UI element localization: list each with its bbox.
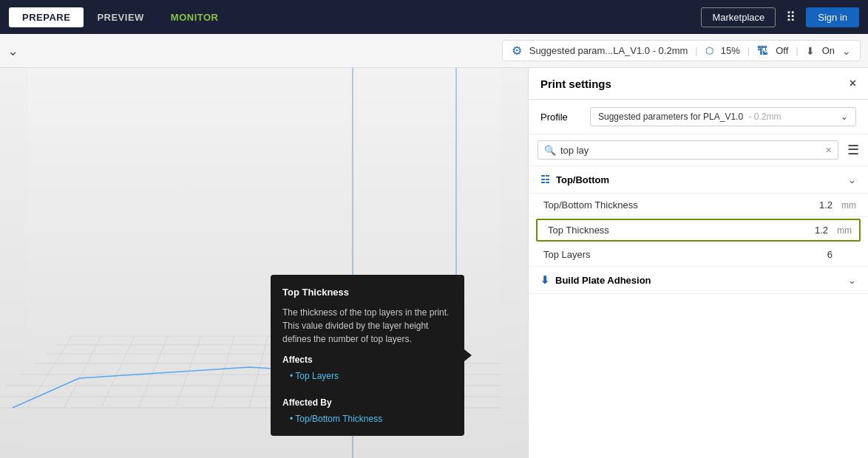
adhesion-label: On	[822, 45, 835, 56]
profile-name: Suggested parameters for PLA_V1.0	[598, 112, 743, 122]
svg-line-12	[64, 336, 101, 408]
profile-label: Profile	[540, 112, 581, 123]
marketplace-button[interactable]: Marketplace	[701, 7, 776, 27]
grid-icon[interactable]: ⠿	[786, 9, 796, 25]
left-panel-toggle[interactable]: ⌄	[7, 43, 18, 59]
settings-body: ☷ Top/Bottom ⌄ Top/Bottom Thickness 1.2 …	[529, 166, 868, 458]
top-bottom-label: Top/Bottom	[556, 174, 609, 185]
tooltip-popup: Top Thickness The thickness of the top l…	[271, 275, 464, 436]
top-thickness-name: Top Thickness	[548, 225, 799, 236]
svg-line-11	[27, 336, 72, 408]
3d-viewport[interactable]: Top Thickness The thickness of the top l…	[0, 68, 528, 458]
top-bottom-thickness-unit: mm	[835, 200, 856, 211]
tooltip-title: Top Thickness	[282, 285, 452, 300]
tooltip-affects-label: Affects	[282, 353, 452, 366]
panel-close-button[interactable]: ×	[850, 77, 856, 90]
top-layers-row[interactable]: Top Layers 6	[529, 243, 868, 267]
tooltip-affects-item-1: • Top Layers	[282, 369, 452, 383]
adhesion-icon: ⬇	[806, 45, 815, 57]
profile-row: Profile Suggested parameters for PLA_V1.…	[529, 100, 868, 134]
monitor-nav-btn[interactable]: MONITOR	[157, 7, 232, 27]
preview-nav-btn[interactable]: PREVIEW	[84, 7, 157, 27]
tooltip-description: The thickness of the top layers in the p…	[282, 306, 452, 346]
svg-line-17	[249, 336, 268, 408]
signin-button[interactable]: Sign in	[806, 7, 859, 27]
infill-value: 15%	[721, 45, 740, 56]
infill-icon: ⬡	[705, 45, 713, 56]
settings-profile-label: Suggested param...LA_V1.0 - 0.2mm	[529, 45, 688, 56]
right-panel: Print settings × Profile Suggested param…	[528, 68, 868, 458]
separator-2: |	[747, 45, 750, 56]
separator-1: |	[695, 45, 697, 56]
panel-title: Print settings	[540, 78, 611, 90]
settings-bar-chevron[interactable]: ⌄	[842, 45, 851, 57]
support-icon: 🏗	[757, 44, 768, 57]
search-icon: 🔍	[544, 145, 556, 156]
prepare-nav-btn[interactable]: PREPARE	[9, 7, 84, 27]
build-plate-left: ⬇ Build Plate Adhesion	[540, 274, 651, 286]
clear-search-button[interactable]: ×	[826, 144, 832, 156]
toolbar-row: ⌄ ⚙ Suggested param...LA_V1.0 - 0.2mm | …	[0, 34, 868, 68]
top-navigation: PREPARE PREVIEW MONITOR Marketplace ⠿ Si…	[0, 0, 868, 34]
search-input[interactable]	[560, 145, 818, 156]
svg-line-14	[138, 336, 168, 408]
section-header-left: ☷ Top/Bottom	[540, 174, 609, 185]
profile-dim: - 0.2mm	[748, 112, 781, 122]
top-bottom-thickness-name: Top/Bottom Thickness	[543, 199, 803, 211]
tooltip-arrow	[464, 349, 472, 361]
search-row: 🔍 × ☰	[529, 134, 868, 166]
profile-dropdown[interactable]: Suggested parameters for PLA_V1.0 - 0.2m…	[590, 107, 856, 126]
top-layers-value: 6	[803, 249, 833, 260]
top-bottom-section-header[interactable]: ☷ Top/Bottom ⌄	[529, 166, 868, 194]
tooltip-affected-by-label: Affected By	[282, 396, 452, 409]
main-content: Top Thickness The thickness of the top l…	[0, 68, 868, 458]
build-plate-icon: ⬇	[540, 274, 549, 286]
top-thickness-value: 1.2	[799, 225, 828, 236]
profile-dropdown-chevron: ⌄	[841, 112, 848, 122]
svg-line-16	[212, 336, 234, 408]
top-bottom-thickness-row[interactable]: Top/Bottom Thickness 1.2 mm	[529, 194, 868, 217]
top-bottom-chevron[interactable]: ⌄	[848, 174, 856, 185]
filter-menu-icon[interactable]: ☰	[847, 142, 859, 158]
support-label: Off	[776, 45, 788, 56]
tooltip-affected-by-item-1: • Top/Bottom Thickness	[282, 412, 452, 425]
settings-sliders-icon: ⚙	[512, 44, 522, 58]
separator-3: |	[796, 45, 798, 56]
search-input-wrap: 🔍 ×	[538, 140, 838, 160]
panel-header: Print settings ×	[529, 68, 868, 100]
top-layers-name: Top Layers	[543, 249, 803, 260]
build-plate-section-header[interactable]: ⬇ Build Plate Adhesion ⌄	[529, 267, 868, 294]
top-bottom-icon: ☷	[540, 174, 550, 185]
svg-line-13	[101, 336, 135, 408]
top-thickness-unit: mm	[831, 225, 852, 236]
settings-summary-bar[interactable]: ⚙ Suggested param...LA_V1.0 - 0.2mm | ⬡ …	[502, 40, 861, 61]
build-plate-chevron[interactable]: ⌄	[848, 275, 856, 286]
svg-line-15	[175, 336, 201, 408]
build-plate-label: Build Plate Adhesion	[555, 275, 651, 286]
top-bottom-thickness-value: 1.2	[803, 199, 833, 211]
top-thickness-row[interactable]: Top Thickness 1.2 mm	[536, 219, 861, 242]
